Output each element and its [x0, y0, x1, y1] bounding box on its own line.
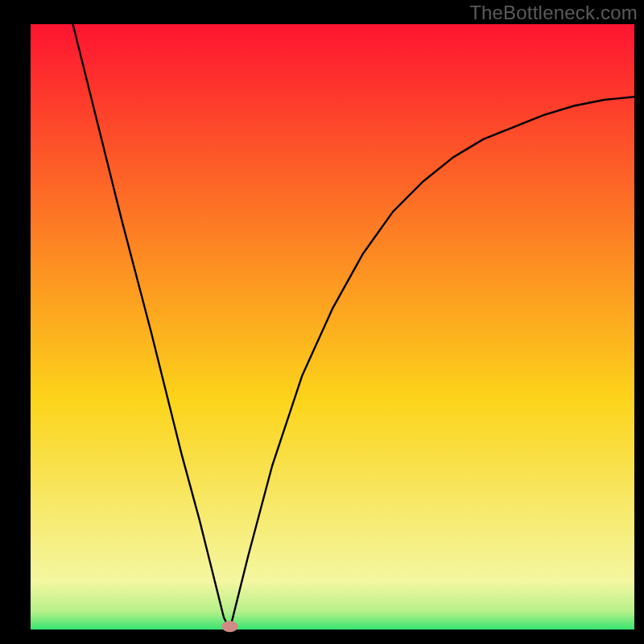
optimum-point-marker: [222, 621, 238, 632]
chart-frame: TheBottleneck.com: [0, 0, 644, 644]
bottleneck-chart: [0, 0, 644, 644]
watermark-label: TheBottleneck.com: [469, 2, 638, 24]
